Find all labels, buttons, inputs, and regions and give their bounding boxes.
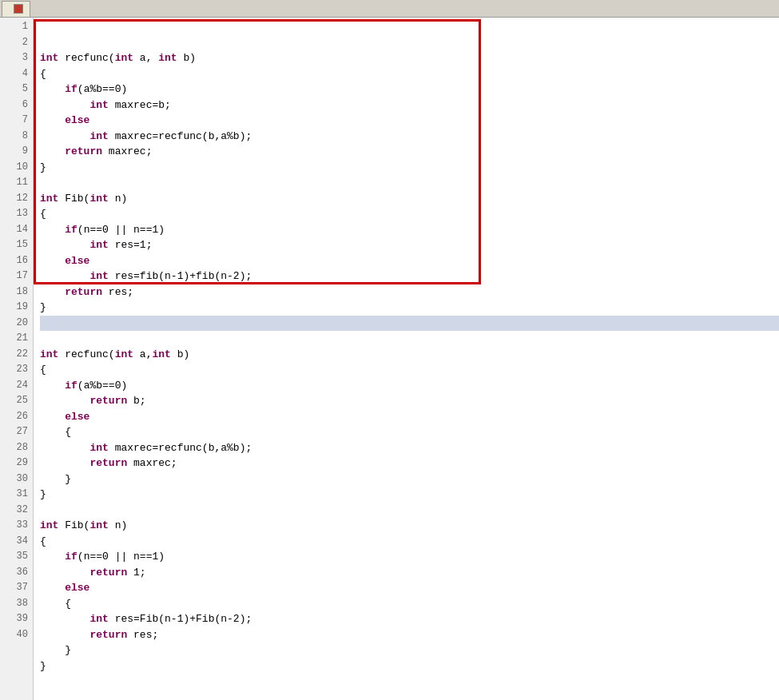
line-number: 35 xyxy=(5,549,28,565)
line-number: 18 xyxy=(5,284,28,300)
tab-new1[interactable] xyxy=(2,1,30,17)
code-line: int res=1; xyxy=(40,237,779,253)
code-line: { xyxy=(40,362,779,378)
line-number: 12 xyxy=(5,191,28,207)
line-number: 36 xyxy=(5,565,28,581)
line-number: 27 xyxy=(5,424,28,440)
code-line: int maxrec=recfunc(b,a%b); xyxy=(40,129,779,145)
line-number: 39 xyxy=(5,611,28,627)
code-line: { xyxy=(40,66,779,82)
code-line: } xyxy=(40,487,779,503)
code-line: } xyxy=(40,658,779,674)
code-line: else xyxy=(40,253,779,269)
line-number: 8 xyxy=(5,129,28,145)
code-line: } xyxy=(40,471,779,487)
code-line: return res; xyxy=(40,627,779,643)
line-number: 34 xyxy=(5,534,28,550)
line-number: 28 xyxy=(5,440,28,456)
line-number: 37 xyxy=(5,580,28,596)
code-line: return maxrec; xyxy=(40,144,779,160)
line-number: 22 xyxy=(5,347,28,363)
line-number: 30 xyxy=(5,471,28,487)
line-number: 25 xyxy=(5,393,28,409)
code-line: int Fib(int n) xyxy=(40,191,779,207)
code-line: } xyxy=(40,642,779,658)
line-number: 6 xyxy=(5,97,28,113)
line-number: 4 xyxy=(5,66,28,82)
code-line: int maxrec=b; xyxy=(40,97,779,113)
code-line: int recfunc(int a,int b) xyxy=(40,347,779,363)
line-number: 31 xyxy=(5,487,28,503)
line-number: 5 xyxy=(5,82,28,97)
code-line: else xyxy=(40,113,779,129)
code-line: { xyxy=(40,534,779,550)
line-number: 7 xyxy=(5,113,28,129)
line-number: 16 xyxy=(5,253,28,269)
line-number: 32 xyxy=(5,503,28,519)
line-number: 19 xyxy=(5,300,28,316)
code-line: else xyxy=(40,409,779,425)
line-number: 33 xyxy=(5,518,28,534)
code-line: } xyxy=(40,300,779,316)
code-line: int recfunc(int a, int b) xyxy=(40,50,779,66)
line-number: 23 xyxy=(5,362,28,378)
line-numbers: 1234567891011121314151617181920212223242… xyxy=(0,18,34,700)
tab-bar xyxy=(0,0,779,18)
code-line: if(n==0 || n==1) xyxy=(40,549,779,565)
code-line: return res; xyxy=(40,284,779,300)
line-number: 38 xyxy=(5,596,28,612)
code-line xyxy=(40,175,779,191)
code-line: int res=fib(n-1)+fib(n-2); xyxy=(40,268,779,284)
line-number: 15 xyxy=(5,237,28,253)
code-line: { xyxy=(40,596,779,612)
code-line: { xyxy=(40,424,779,440)
code-content[interactable]: int recfunc(int a, int b){ if(a%b==0) in… xyxy=(34,18,779,700)
line-number: 2 xyxy=(5,35,28,51)
line-number: 24 xyxy=(5,378,28,394)
code-line: if(a%b==0) xyxy=(40,82,779,97)
line-number: 17 xyxy=(5,268,28,284)
line-number: 40 xyxy=(5,627,28,643)
line-number: 3 xyxy=(5,50,28,66)
line-number: 9 xyxy=(5,144,28,160)
code-line: int maxrec=recfunc(b,a%b); xyxy=(40,440,779,456)
code-line: } xyxy=(40,160,779,176)
code-line xyxy=(40,331,779,347)
line-number: 26 xyxy=(5,409,28,425)
line-number: 10 xyxy=(5,160,28,176)
code-line xyxy=(40,503,779,519)
code-line: return b; xyxy=(40,393,779,409)
code-line: return maxrec; xyxy=(40,455,779,471)
code-line: if(a%b==0) xyxy=(40,378,779,394)
separator-line xyxy=(40,316,779,332)
editor-area: 1234567891011121314151617181920212223242… xyxy=(0,18,779,700)
line-number: 29 xyxy=(5,455,28,471)
tab-close-button[interactable] xyxy=(14,4,23,14)
line-number: 13 xyxy=(5,206,28,222)
code-line: if(n==0 || n==1) xyxy=(40,222,779,238)
code-line: return 1; xyxy=(40,565,779,581)
code-line: int Fib(int n) xyxy=(40,518,779,534)
line-number: 21 xyxy=(5,331,28,347)
line-number: 20 xyxy=(5,316,28,332)
line-number: 14 xyxy=(5,222,28,238)
code-line: { xyxy=(40,206,779,222)
code-line: else xyxy=(40,580,779,596)
line-number: 1 xyxy=(5,19,28,35)
code-line: int res=Fib(n-1)+Fib(n-2); xyxy=(40,611,779,627)
line-number: 11 xyxy=(5,175,28,191)
